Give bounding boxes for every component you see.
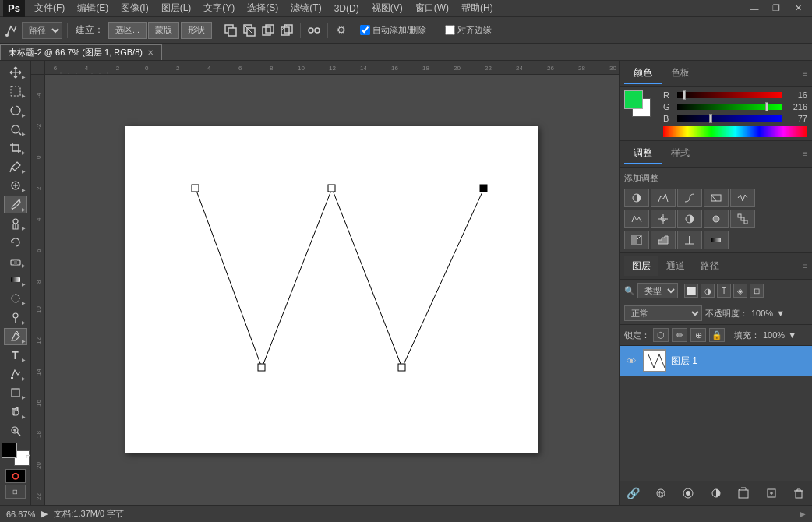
document-tab[interactable]: 未标题-2 @ 66.7% (图层 1, RGB/8) ✕ <box>0 44 162 60</box>
color-tab[interactable]: 颜色 <box>624 63 662 84</box>
add-style-icon[interactable]: fx <box>652 485 669 502</box>
filter-shape-icon[interactable]: ◈ <box>733 284 747 298</box>
shape-tool[interactable]: ▶ <box>4 384 27 401</box>
gradient-tool[interactable]: ▶ <box>4 271 27 288</box>
add-mask-icon[interactable] <box>680 485 697 502</box>
color-panel-menu[interactable]: ≡ <box>803 69 807 78</box>
menu-filter[interactable]: 滤镜(T) <box>284 0 327 16</box>
subtract-shape-icon[interactable] <box>241 22 258 39</box>
pen-tool-icon[interactable] <box>3 22 20 39</box>
new-fill-adjustment-icon[interactable] <box>708 485 725 502</box>
black-white-icon[interactable] <box>677 210 702 228</box>
selection-tool[interactable]: ▶ <box>4 83 27 100</box>
photo-filter-icon[interactable] <box>704 210 729 228</box>
quick-select-tool[interactable]: ▶ <box>4 121 27 138</box>
zoom-tool[interactable] <box>4 422 27 439</box>
blur-tool[interactable]: ▶ <box>4 290 27 307</box>
fg-color-swatch[interactable] <box>624 90 643 109</box>
fill-value[interactable]: 100% <box>763 330 785 340</box>
gradient-map-icon[interactable] <box>704 231 729 249</box>
auto-add-delete-checkbox[interactable]: 自动添加/删除 <box>360 24 426 36</box>
fill-dropdown-icon[interactable]: ▼ <box>788 330 796 340</box>
curves-icon[interactable] <box>677 189 702 207</box>
menu-edit[interactable]: 编辑(E) <box>71 0 115 16</box>
menu-select[interactable]: 选择(S) <box>241 0 284 16</box>
eraser-tool[interactable]: ▶ <box>4 252 27 270</box>
dodge-tool[interactable]: ▶ <box>4 309 27 326</box>
layer-visibility-toggle[interactable]: 👁 <box>624 354 638 368</box>
channels-tab[interactable]: 通道 <box>658 256 693 276</box>
invert-icon[interactable] <box>624 231 649 249</box>
lasso-tool[interactable]: ▶ <box>4 101 27 118</box>
settings-icon[interactable]: ⚙ <box>333 22 350 39</box>
eyedropper-tool[interactable]: ▶ <box>4 158 27 175</box>
threshold-icon[interactable] <box>677 231 702 249</box>
hue-saturation-icon[interactable] <box>624 210 649 228</box>
delete-layer-icon[interactable] <box>790 485 807 502</box>
adjust-panel-menu[interactable]: ≡ <box>803 150 807 158</box>
menu-text[interactable]: 文字(Y) <box>197 0 241 16</box>
exclude-shape-icon[interactable] <box>278 22 295 39</box>
posterize-icon[interactable] <box>651 231 676 249</box>
menu-view[interactable]: 视图(V) <box>365 0 409 16</box>
move-tool[interactable]: ▶ <box>4 64 27 81</box>
swatches-tab[interactable]: 色板 <box>662 63 699 84</box>
filter-pixel-icon[interactable]: ⬜ <box>684 284 698 298</box>
minimize-button[interactable]: — <box>743 0 765 17</box>
channel-mixer-icon[interactable] <box>730 210 755 228</box>
text-tool[interactable]: T ▶ <box>4 347 27 364</box>
close-button[interactable]: ✕ <box>787 0 809 17</box>
layer-item[interactable]: 👁 图层 1 <box>620 346 812 376</box>
exposure-icon[interactable] <box>704 189 729 207</box>
paths-tab[interactable]: 路径 <box>693 256 727 276</box>
swap-colors-icon[interactable]: ⇄ <box>26 453 31 460</box>
menu-layer[interactable]: 图层(L) <box>155 0 198 16</box>
path-mode-select[interactable]: 路径 <box>22 22 62 39</box>
opacity-value[interactable]: 100% <box>751 309 773 318</box>
combine-shape-icon[interactable] <box>222 22 239 39</box>
add-link-icon[interactable]: 🔗 <box>624 485 641 502</box>
vibrance-icon[interactable] <box>730 189 755 207</box>
intersect-shape-icon[interactable] <box>259 22 277 39</box>
color-balance-icon[interactable] <box>651 210 676 228</box>
hand-tool[interactable]: ▶ <box>4 403 27 420</box>
blend-mode-select[interactable]: 正常 <box>624 305 702 321</box>
adjustments-tab[interactable]: 调整 <box>624 143 662 164</box>
layers-panel-menu[interactable]: ≡ <box>803 262 807 270</box>
clone-stamp-tool[interactable]: ▶ <box>4 215 27 232</box>
lock-pixels-icon[interactable]: ⬡ <box>653 328 669 342</box>
restore-button[interactable]: ❐ <box>765 0 787 17</box>
r-slider[interactable] <box>677 92 782 98</box>
menu-window[interactable]: 窗口(W) <box>409 0 455 16</box>
filter-text-icon[interactable]: T <box>717 284 731 298</box>
path-arrange-icon[interactable] <box>305 22 323 39</box>
pen-tool[interactable]: ▶ <box>4 328 27 345</box>
quick-mask-icon[interactable]: ⭕ <box>5 469 26 483</box>
menu-file[interactable]: 文件(F) <box>28 0 71 16</box>
foreground-color-swatch[interactable] <box>2 443 17 458</box>
screen-mode-icon[interactable]: ⊡ <box>5 485 26 499</box>
tab-close-button[interactable]: ✕ <box>147 48 154 57</box>
shape-button[interactable]: 形状 <box>181 22 212 39</box>
lock-artboard-icon[interactable]: ⊕ <box>690 328 706 342</box>
align-edges-checkbox[interactable]: 对齐边缘 <box>445 24 492 36</box>
select-button[interactable]: 选区... <box>108 22 147 39</box>
g-slider[interactable] <box>677 104 782 110</box>
b-slider[interactable] <box>677 115 782 122</box>
menu-3d[interactable]: 3D(D) <box>328 2 365 16</box>
brightness-contrast-icon[interactable] <box>624 189 649 207</box>
spot-heal-tool[interactable]: ▶ <box>4 177 27 194</box>
new-layer-icon[interactable] <box>763 485 780 502</box>
menu-image[interactable]: 图像(I) <box>115 0 154 16</box>
filter-type-select[interactable]: 类型 <box>637 283 678 298</box>
brush-tool[interactable]: ▶ <box>4 196 27 213</box>
style-tab[interactable]: 样式 <box>662 143 699 164</box>
path-select-tool[interactable]: ▶ <box>4 365 27 383</box>
history-brush-tool[interactable] <box>4 234 27 251</box>
layers-tab[interactable]: 图层 <box>624 256 658 276</box>
filter-adjust-icon[interactable]: ◑ <box>701 284 715 298</box>
color-spectrum[interactable] <box>663 126 807 137</box>
lock-all-icon[interactable]: 🔒 <box>709 328 725 342</box>
opacity-dropdown-icon[interactable]: ▼ <box>776 309 785 318</box>
mask-button[interactable]: 蒙版 <box>148 22 179 39</box>
